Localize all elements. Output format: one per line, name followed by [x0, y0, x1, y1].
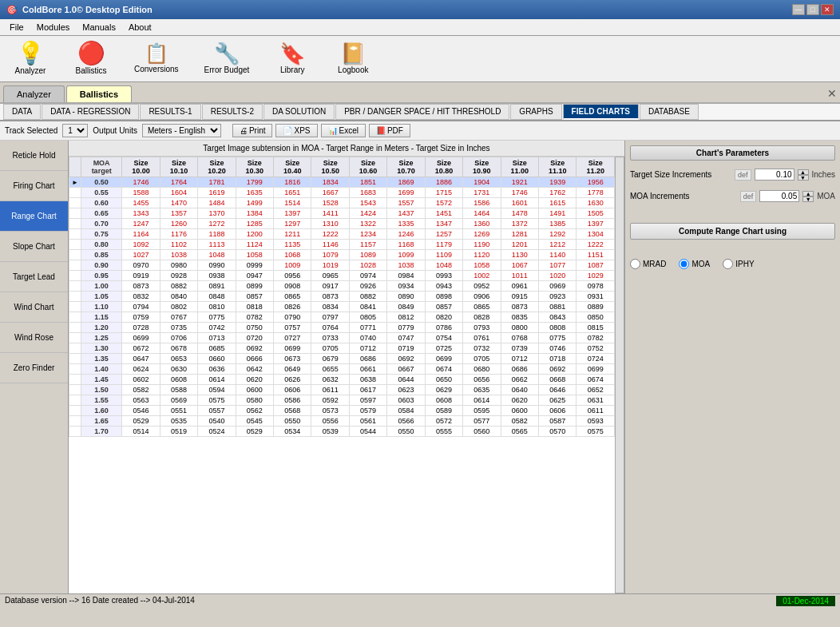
spin-up-moa[interactable]: ▲ [802, 191, 814, 196]
toolbar-analyzer[interactable]: 💡 Analyzer [6, 39, 54, 78]
close-btn[interactable]: ✕ [821, 4, 834, 15]
sidebar-item-slope-chart[interactable]: Slope Chart [0, 232, 68, 262]
table-row[interactable]: 1.70051405190524052905340539054405500555… [69, 427, 615, 437]
toolbar-conversions[interactable]: 📋 Conversions [128, 41, 185, 77]
print-btn[interactable]: 🖨 Print [232, 124, 273, 137]
tab-analyzer[interactable]: Analyzer [3, 85, 65, 102]
table-row[interactable]: 0.95091909280938094709560965097409840993… [69, 271, 615, 281]
row-val: 0746 [538, 343, 576, 354]
radio-moa[interactable]: MOA [679, 259, 710, 269]
param-input-moa[interactable] [759, 190, 799, 202]
tab-ballistics[interactable]: Ballistics [66, 85, 132, 102]
printer-icon: 🖨 [240, 126, 248, 135]
sidebar-item-wind-chart[interactable]: Wind Chart [0, 292, 68, 323]
table-row[interactable]: 1.30067206780685069206990705071207190725… [69, 343, 615, 354]
sub-tab-data-regression[interactable]: DATA - REGRESSION [42, 104, 139, 120]
toolbar-logbook[interactable]: 📔 Logbook [329, 40, 377, 77]
sidebar-item-zero-finder[interactable]: Zero Finder [0, 353, 68, 383]
table-row[interactable]: 1.35064706530660066606730679068606920699… [69, 354, 615, 364]
table-row[interactable]: 0.90097009800990099910091019102810381048… [69, 260, 615, 271]
radio-iphy[interactable]: IPHY [723, 259, 754, 269]
menu-manuals[interactable]: Manuals [76, 21, 122, 34]
radio-input-iphy[interactable] [723, 259, 733, 269]
radio-input-moa[interactable] [679, 259, 689, 269]
sidebar-item-reticle-hold[interactable]: Reticle Hold [0, 141, 68, 171]
sub-tab-database[interactable]: DATABASE [640, 104, 699, 120]
menu-file[interactable]: File [3, 21, 30, 34]
row-val: 0752 [577, 343, 615, 354]
table-row[interactable]: 0.85102710381048105810681079108910991109… [69, 250, 615, 260]
param-input-target-size[interactable] [755, 169, 794, 181]
table-row[interactable]: 0.70124712601272128512971310132213351347… [69, 219, 615, 229]
row-val: 0686 [501, 364, 538, 375]
sidebar-item-target-lead[interactable]: Target Lead [0, 262, 68, 292]
maximize-btn[interactable]: □ [806, 4, 819, 15]
table-row[interactable]: 1.05083208400848085708650873088208900898… [69, 292, 615, 302]
row-val: 1135 [274, 240, 311, 250]
sub-tab-results2[interactable]: RESULTS-2 [202, 104, 263, 120]
sidebar-item-firing-chart[interactable]: Firing Chart [0, 171, 68, 201]
minimize-btn[interactable]: — [792, 4, 805, 15]
table-row[interactable]: 0.60145514701484149915141528154315571572… [69, 198, 615, 208]
table-row[interactable]: 1.25069907060713072007270733074007470754… [69, 333, 615, 343]
sub-tab-da[interactable]: DA SOLUTION [263, 104, 335, 120]
row-val: 1079 [311, 250, 349, 260]
toolbar-error-budget[interactable]: 🔧 Error Budget [198, 40, 256, 77]
toolbar-ballistics[interactable]: 🔴 Ballistics [67, 39, 115, 78]
output-select[interactable]: Meters - English Meters - Metric Yards -… [142, 124, 221, 137]
xps-btn[interactable]: 📄 XPS [275, 124, 317, 137]
pdf-btn[interactable]: 📕 PDF [369, 124, 410, 137]
toolbar-library[interactable]: 🔖 Library [268, 40, 316, 77]
row-val: 0573 [311, 406, 349, 416]
table-row[interactable]: 1.20072807350742075007570764077107790786… [69, 323, 615, 333]
sub-tab-graphs[interactable]: GRAPHS [510, 104, 561, 120]
window-controls[interactable]: — □ ✕ [792, 4, 834, 15]
menu-modules[interactable]: Modules [30, 21, 77, 34]
menu-about[interactable]: About [122, 21, 158, 34]
param-spin-moa[interactable]: ▲ ▼ [802, 191, 814, 202]
row-val: 0712 [501, 354, 538, 364]
vertical-scrollbar[interactable] [615, 157, 624, 593]
row-val: 0572 [425, 416, 462, 427]
excel-btn[interactable]: 📊 Excel [321, 124, 366, 137]
table-row[interactable]: 1.65052905350540054505500556056105660572… [69, 416, 615, 427]
table-row[interactable]: 0.75116411761188120012111222123412461257… [69, 229, 615, 240]
table-row[interactable]: 1.60054605510557056205680573057905840589… [69, 406, 615, 416]
table-row[interactable]: 0.55158816041619163516511667168316991715… [69, 188, 615, 198]
table-row[interactable]: 1.45060206080614062006260632063806440650… [69, 375, 615, 385]
spin-dn-target-size[interactable]: ▼ [798, 175, 809, 181]
table-row[interactable]: 1.10079408020810081808260834084108490857… [69, 302, 615, 312]
table-row[interactable]: 0.65134313571370138413971411142414371451… [69, 208, 615, 219]
col-header-s1120: Size11.20 [577, 157, 615, 177]
tab-close-btn[interactable]: ✕ [827, 87, 837, 100]
row-val: 0919 [122, 271, 160, 281]
row-val: 1029 [577, 271, 615, 281]
table-row[interactable]: ►0.5017461764178117991816183418511869188… [69, 177, 615, 188]
table-row[interactable]: 1.50058205880594060006060611061706230629… [69, 385, 615, 395]
row-val: 1543 [349, 198, 386, 208]
table-row[interactable]: 1.15075907670775078207900797080508120820… [69, 312, 615, 323]
param-spin-target-size[interactable]: ▲ ▼ [798, 169, 809, 181]
spin-dn-moa[interactable]: ▼ [802, 196, 814, 202]
radio-mrad[interactable]: MRAD [630, 259, 666, 269]
sidebar-item-range-chart[interactable]: Range Chart [0, 201, 68, 232]
spin-up-target-size[interactable]: ▲ [798, 169, 809, 175]
table-row[interactable]: 1.55056305690575058005860592059706030608… [69, 395, 615, 406]
sidebar-item-wind-rose[interactable]: Wind Rose [0, 323, 68, 353]
sub-tab-field-charts[interactable]: FIELD CHARTS [563, 104, 639, 120]
row-moa: 0.70 [81, 219, 121, 229]
col-header-arrow [69, 157, 81, 177]
row-val: 1140 [538, 250, 576, 260]
table-row[interactable]: 1.40062406300636064206490655066106670674… [69, 364, 615, 375]
data-table-container[interactable]: MOAtarget Size10.00 Size10.10 Size10.20 … [69, 157, 615, 593]
sub-tab-results1[interactable]: RESULTS-1 [140, 104, 200, 120]
table-row[interactable]: 1.00087308820891089909080917092609340943… [69, 281, 615, 292]
track-select[interactable]: 1 [62, 124, 88, 137]
row-val: 0600 [236, 385, 273, 395]
radio-input-mrad[interactable] [630, 259, 640, 269]
row-val: 0873 [501, 302, 538, 312]
compute-btn[interactable]: Compute Range Chart using [630, 223, 835, 240]
table-row[interactable]: 0.80109211021113112411351146115711681179… [69, 240, 615, 250]
sub-tab-data[interactable]: DATA [3, 104, 41, 120]
sub-tab-pbr[interactable]: PBR / DANGER SPACE / HIT THRESHOLD [335, 104, 509, 120]
